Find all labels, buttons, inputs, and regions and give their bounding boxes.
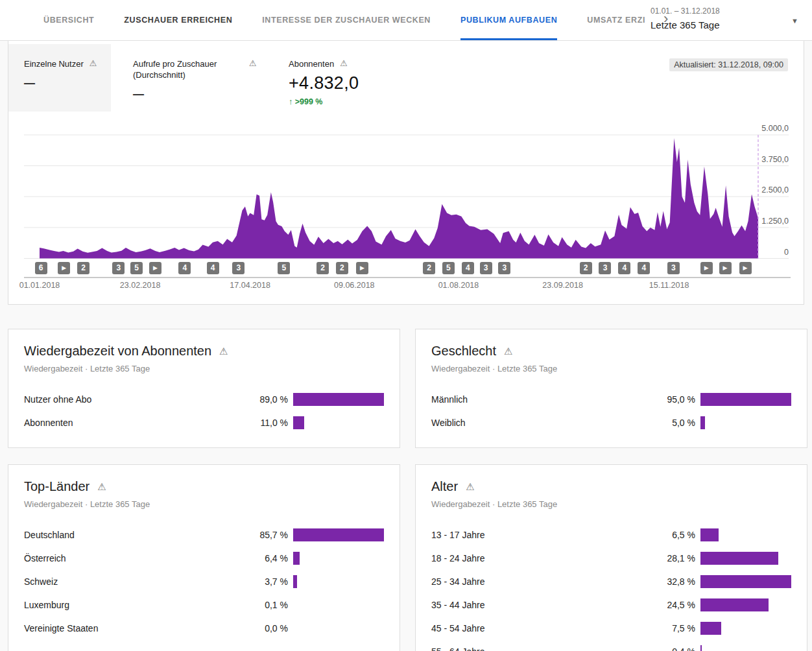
- bar-row-value: 11,0 %: [231, 418, 288, 428]
- bar: [700, 393, 791, 406]
- bar-track: [700, 598, 791, 611]
- bar-row-label: 55 - 64 Jahre: [431, 646, 638, 651]
- video-marker-count[interactable]: 3: [480, 262, 492, 274]
- bar-row-label: Männlich: [431, 394, 638, 405]
- metric-tile-abonnenten[interactable]: Abonnenten ⚠ +4.832,0 ↑ >999 %: [281, 44, 436, 112]
- bar-row: 13 - 17 Jahre6,5 %: [431, 523, 791, 547]
- bar-row-label: Abonnenten: [24, 418, 231, 428]
- card-bar-list: Deutschland85,7 %Österreich6,4 %Schweiz3…: [24, 523, 384, 640]
- bar: [293, 575, 297, 588]
- video-marker-play-icon[interactable]: ▶: [149, 262, 161, 274]
- card-bar-list: 13 - 17 Jahre6,5 %18 - 24 Jahre28,1 %25 …: [431, 523, 791, 651]
- warning-icon[interactable]: ⚠: [219, 346, 228, 356]
- bar-row-label: 13 - 17 Jahre: [431, 530, 638, 540]
- bar-track: [293, 598, 384, 611]
- video-marker-count[interactable]: 2: [77, 262, 90, 274]
- tab-zuschauer-erreichen[interactable]: ZUSCHAUER ERREICHEN: [124, 0, 232, 40]
- bar-row-value: 5,0 %: [638, 418, 695, 428]
- bar-row-value: 7,5 %: [638, 623, 695, 633]
- metric-tile-aufrufe-pro-zuschauer[interactable]: Aufrufe pro Zuschauer (Durch­schnitt) ⚠ …: [111, 44, 281, 112]
- bar-row-label: 35 - 44 Jahre: [431, 600, 638, 610]
- bar-row: 25 - 34 Jahre32,8 %: [431, 570, 791, 593]
- video-marker-count[interactable]: 5: [130, 262, 143, 274]
- warning-icon[interactable]: ⚠: [249, 58, 257, 68]
- warning-icon[interactable]: ⚠: [504, 346, 512, 356]
- video-marker-play-icon[interactable]: ▶: [739, 262, 752, 274]
- video-marker-play-icon[interactable]: ▶: [58, 262, 70, 274]
- video-marker-count[interactable]: 4: [178, 262, 191, 274]
- video-marker-count[interactable]: 3: [112, 262, 125, 274]
- warning-icon[interactable]: ⚠: [97, 482, 106, 491]
- x-axis-tick-label: 15.11.2018: [649, 281, 689, 290]
- warning-icon[interactable]: ⚠: [340, 58, 348, 68]
- video-marker-count[interactable]: 4: [638, 262, 650, 274]
- date-caret-down-icon[interactable]: ▼: [791, 17, 798, 25]
- card-subtitle: Wiedergabezeit · Letzte 365 Tage: [431, 499, 791, 509]
- video-marker-play-icon[interactable]: ▶: [700, 262, 713, 274]
- video-marker-count[interactable]: 5: [278, 262, 290, 274]
- video-marker-count[interactable]: 3: [232, 262, 245, 274]
- bar-row-label: Luxemburg: [24, 600, 231, 610]
- video-marker-count[interactable]: 2: [316, 262, 329, 274]
- warning-icon[interactable]: ⚠: [90, 58, 97, 68]
- bar: [700, 622, 721, 635]
- x-axis-tick-label: 01.08.2018: [438, 281, 479, 290]
- bar-row: Weiblich5,0 %: [431, 411, 791, 434]
- bar-row-value: 6,4 %: [231, 553, 288, 563]
- bar-row-value: 24,5 %: [638, 600, 695, 610]
- video-marker-count[interactable]: 4: [462, 262, 474, 274]
- bar-row: 55 - 64 Jahre0,4 %: [431, 640, 791, 651]
- metric-change-value: >999 %: [295, 97, 323, 106]
- bar-row-value: 28,1 %: [638, 553, 695, 563]
- video-marker-count[interactable]: 5: [442, 262, 455, 274]
- card-bar-list: Männlich95,0 %Weiblich5,0 %: [431, 388, 791, 434]
- bar: [293, 416, 304, 429]
- video-marker-count[interactable]: 4: [618, 262, 630, 274]
- tab-umsatz[interactable]: UMSATZ ERZI: [587, 0, 645, 40]
- video-marker-count[interactable]: 2: [423, 262, 435, 274]
- bar-row: Schweiz3,7 %: [24, 570, 384, 593]
- date-range-picker[interactable]: 01.01. – 31.12.2018 Letzte 365 Tage: [651, 6, 720, 30]
- bar-track: [293, 416, 384, 429]
- bar-row-value: 85,7 %: [231, 530, 288, 540]
- subscribers-area-series[interactable]: [40, 138, 758, 259]
- metric-label: Einzelne Nutzer: [24, 58, 84, 69]
- bar-row-label: 25 - 34 Jahre: [431, 576, 638, 587]
- bar-row: Abonnenten11,0 %: [24, 411, 384, 434]
- subscribers-area-chart[interactable]: 5.000,03.750,02.500,01.250,00 6▶235▶4435…: [8, 120, 804, 304]
- video-marker-play-icon[interactable]: ▶: [719, 262, 732, 274]
- card-title: Top-Länder: [24, 479, 90, 494]
- metric-value: +4.832,0: [289, 73, 429, 93]
- x-axis-tick-label: 17.04.2018: [230, 281, 270, 290]
- bar-track: [700, 622, 791, 635]
- bar: [293, 552, 300, 565]
- warning-icon[interactable]: ⚠: [466, 482, 474, 491]
- y-axis-tick-label: 2.500,0: [761, 185, 789, 195]
- video-marker-count[interactable]: 4: [207, 262, 219, 274]
- y-axis-tick-label: 1.250,0: [761, 217, 789, 226]
- bar-row: 18 - 24 Jahre28,1 %: [431, 547, 791, 570]
- bar-row: 35 - 44 Jahre24,5 %: [431, 593, 791, 617]
- video-marker-play-icon[interactable]: ▶: [356, 262, 368, 274]
- video-marker-count[interactable]: 6: [35, 262, 47, 274]
- video-marker-count[interactable]: 3: [667, 262, 680, 274]
- bar-track: [293, 552, 384, 565]
- bar-row-label: Vereinigte Staaten: [24, 623, 231, 633]
- bar: [700, 645, 702, 651]
- bar: [700, 575, 791, 588]
- card-subtitle: Wiedergabezeit · Letzte 365 Tage: [24, 499, 384, 509]
- date-range-text: 01.01. – 31.12.2018: [651, 6, 720, 16]
- metric-tile-einzelne-nutzer[interactable]: Einzelne Nutzer ⚠ —: [8, 44, 111, 112]
- video-marker-count[interactable]: 3: [599, 262, 611, 274]
- video-marker-count[interactable]: 2: [580, 262, 592, 274]
- tab-interesse-wecken[interactable]: INTERESSE DER ZUSCHAUER WECKEN: [262, 0, 431, 40]
- tab-uebersicht[interactable]: ÜBERSICHT: [43, 0, 94, 40]
- tab-publikum-aufbauen[interactable]: PUBLIKUM AUFBAUEN: [460, 0, 557, 40]
- bar-track: [700, 528, 791, 541]
- bar: [700, 528, 719, 541]
- video-marker-count[interactable]: 2: [336, 262, 348, 274]
- card-wiedergabezeit-abonnenten: Wiedergabezeit von Abonnenten⚠Wiedergabe…: [8, 329, 400, 448]
- video-marker-count[interactable]: 3: [498, 262, 510, 274]
- bar-row-label: 18 - 24 Jahre: [431, 553, 638, 563]
- bar-row: Vereinigte Staaten0,0 %: [24, 617, 384, 640]
